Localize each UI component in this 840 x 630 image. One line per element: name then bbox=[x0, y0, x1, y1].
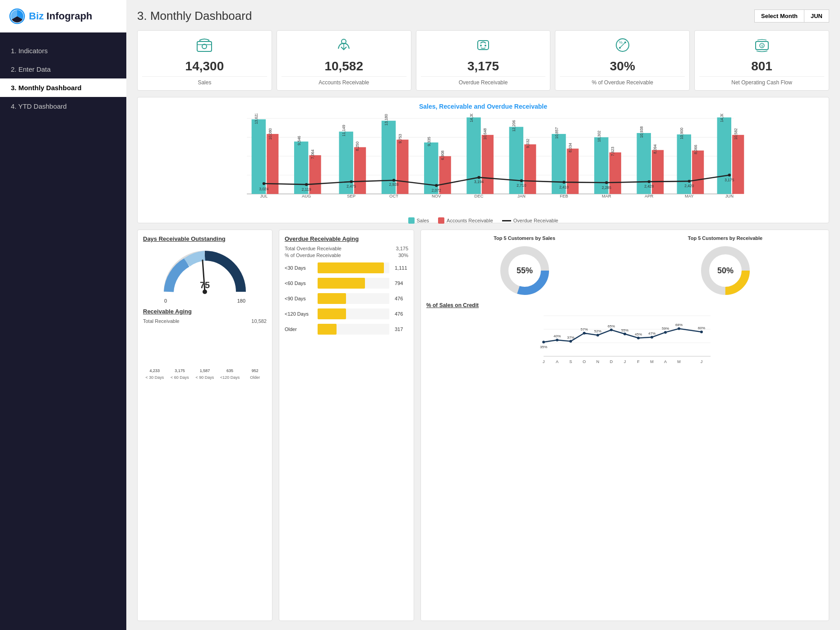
svg-text:10,938: 10,938 bbox=[639, 126, 644, 138]
svg-text:3,175: 3,175 bbox=[725, 178, 734, 182]
svg-text:55%: 55% bbox=[621, 328, 628, 332]
legend-receivable-label: Accounts Receivable bbox=[447, 218, 493, 223]
main-content: 3. Monthly Dashboard Select Month JUN 14… bbox=[126, 0, 840, 630]
svg-text:3,194: 3,194 bbox=[474, 179, 484, 184]
dro-title: Days Receivable Outstanding bbox=[143, 235, 267, 242]
donut-sales-svg: 55% bbox=[498, 244, 552, 298]
donut-sales: Top 5 Customers by Sales 55% bbox=[426, 235, 623, 298]
svg-rect-1 bbox=[197, 41, 212, 51]
month-value[interactable]: JUN bbox=[804, 9, 829, 23]
svg-text:50%: 50% bbox=[717, 266, 733, 275]
aging-bar-120: 635 <120 Days bbox=[218, 368, 242, 380]
svg-point-105 bbox=[688, 180, 691, 183]
svg-text:10,302: 10,302 bbox=[597, 130, 601, 142]
svg-text:2,710: 2,710 bbox=[517, 183, 526, 188]
svg-rect-25 bbox=[267, 134, 278, 194]
sidebar-item-ytd-dashboard[interactable]: 4. YTD Dashboard bbox=[0, 97, 126, 115]
top-customers-panel: Top 5 Customers by Sales 55% Top 5 Custo… bbox=[420, 230, 829, 621]
svg-text:2,410: 2,410 bbox=[559, 185, 569, 189]
svg-point-139 bbox=[623, 333, 626, 336]
svg-rect-80 bbox=[732, 135, 744, 194]
svg-text:9,032: 9,032 bbox=[526, 138, 530, 148]
overdue-aging-title: Overdue Receivable Aging bbox=[285, 235, 408, 242]
kpi-row: 14,300 Sales 10,582 Accounts Receivable bbox=[137, 30, 829, 91]
svg-text:NOV: NOV bbox=[432, 193, 441, 198]
aging-title: Receivable Aging bbox=[143, 308, 267, 315]
svg-text:37%: 37% bbox=[567, 336, 574, 340]
svg-text:SEP: SEP bbox=[347, 193, 355, 198]
logo-text: Biz Infograph bbox=[29, 10, 92, 22]
svg-text:2,072: 2,072 bbox=[432, 188, 441, 193]
legend-receivable-box bbox=[438, 217, 444, 224]
logo-icon bbox=[9, 8, 25, 24]
svg-text:O: O bbox=[582, 359, 586, 364]
net-cash-icon: $ bbox=[753, 37, 771, 56]
svg-text:APR: APR bbox=[645, 193, 654, 198]
svg-point-102 bbox=[563, 181, 565, 184]
kpi-pct-label: % of Overdue Receivable bbox=[560, 76, 685, 86]
svg-text:JAN: JAN bbox=[517, 193, 526, 198]
month-selector[interactable]: Select Month JUN bbox=[754, 9, 829, 23]
svg-text:52%: 52% bbox=[594, 329, 601, 333]
svg-text:9,753: 9,753 bbox=[398, 134, 402, 143]
svg-text:8,250: 8,250 bbox=[355, 141, 360, 151]
svg-point-104 bbox=[648, 180, 651, 183]
svg-text:MAR: MAR bbox=[602, 193, 611, 198]
svg-point-100 bbox=[477, 176, 480, 179]
h-bar-row-60: <60 Days 794 bbox=[285, 278, 408, 289]
sidebar-item-enter-data[interactable]: 2. Enter Data bbox=[0, 60, 126, 78]
svg-text:35%: 35% bbox=[540, 345, 547, 349]
aging-pct-value: 30% bbox=[398, 253, 408, 258]
legend-sales-label: Sales bbox=[417, 218, 429, 223]
svg-text:J: J bbox=[624, 359, 626, 364]
svg-text:8,034: 8,034 bbox=[568, 143, 572, 152]
dro-panel: Days Receivable Outstanding 75 bbox=[137, 230, 272, 621]
sidebar: Biz Infograph 1. Indicators 2. Enter Dat… bbox=[0, 0, 126, 630]
header: 3. Monthly Dashboard Select Month JUN bbox=[137, 9, 829, 23]
main-chart-svg: 13,622 10,080 JUL 9,546 7,064 AUG 11,149… bbox=[145, 114, 822, 213]
svg-point-97 bbox=[350, 180, 353, 183]
svg-text:14,300: 14,300 bbox=[720, 114, 724, 122]
svg-text:57%: 57% bbox=[581, 327, 588, 331]
kpi-pct-value: 30% bbox=[610, 59, 635, 74]
kpi-pct-overdue: % 30% % of Overdue Receivable bbox=[555, 30, 690, 91]
svg-point-134 bbox=[556, 339, 558, 341]
svg-point-96 bbox=[305, 183, 308, 186]
kpi-sales-label: Sales bbox=[142, 76, 267, 86]
svg-text:7,064: 7,064 bbox=[310, 149, 315, 159]
svg-text:D: D bbox=[610, 359, 613, 364]
svg-text:2,420: 2,420 bbox=[684, 184, 694, 188]
sidebar-item-monthly-dashboard[interactable]: 3. Monthly Dashboard bbox=[0, 78, 126, 97]
legend-sales: Sales bbox=[408, 217, 429, 224]
svg-text:FEB: FEB bbox=[560, 193, 568, 198]
kpi-net-cash: $ 801 Net Operating Cash Flow bbox=[694, 30, 829, 91]
svg-text:M: M bbox=[650, 359, 654, 364]
svg-point-98 bbox=[392, 179, 395, 182]
gauge-max: 180 bbox=[237, 298, 245, 304]
aging-bars-container: 4,233 < 30 Days 3,175 < 60 Days 1,587 < … bbox=[143, 326, 267, 380]
aging-bar-60: 3,175 < 60 Days bbox=[168, 368, 192, 380]
svg-rect-50 bbox=[482, 135, 494, 194]
svg-text:JUN: JUN bbox=[725, 193, 734, 198]
svg-text:8,066: 8,066 bbox=[693, 145, 698, 154]
svg-text:68%: 68% bbox=[675, 323, 683, 327]
sales-icon bbox=[195, 37, 213, 56]
svg-text:2,119: 2,119 bbox=[302, 187, 311, 192]
h-bar-row-30: <30 Days 1,111 bbox=[285, 262, 408, 273]
sidebar-item-indicators[interactable]: 1. Indicators bbox=[0, 41, 126, 60]
gauge-min: 0 bbox=[164, 298, 167, 304]
svg-point-143 bbox=[678, 327, 680, 330]
chart-legend: Sales Accounts Receivable Overdue Receiv… bbox=[145, 217, 822, 224]
svg-point-140 bbox=[637, 337, 640, 340]
svg-text:%: % bbox=[619, 40, 623, 45]
svg-text:F: F bbox=[637, 359, 640, 364]
svg-text:AUG: AUG bbox=[302, 193, 311, 198]
svg-point-8 bbox=[485, 45, 486, 46]
svg-point-108 bbox=[203, 290, 207, 294]
legend-overdue: Overdue Receivable bbox=[502, 217, 558, 224]
svg-text:55%: 55% bbox=[516, 266, 532, 275]
svg-text:7,623: 7,623 bbox=[610, 147, 615, 156]
accounts-receivable-icon bbox=[335, 37, 353, 56]
bottom-row: Days Receivable Outstanding 75 bbox=[137, 230, 829, 621]
svg-point-142 bbox=[664, 331, 667, 334]
